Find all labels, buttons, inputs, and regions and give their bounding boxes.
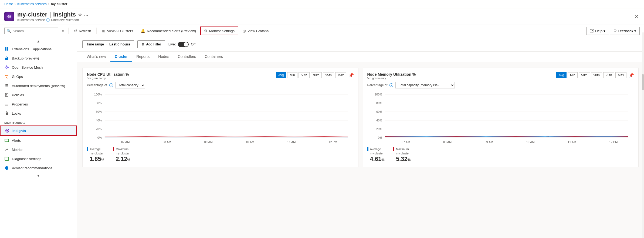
sidebar-item-gitops[interactable]: GitOps	[0, 72, 77, 81]
time-range-button[interactable]: Time range = Last 6 hours	[82, 40, 134, 48]
mem-btn-min[interactable]: Min	[568, 72, 578, 78]
svg-point-6	[8, 67, 9, 68]
tab-whats-new[interactable]: What's new	[82, 52, 110, 62]
recommended-alerts-button[interactable]: 🔔 Recommended alerts (Preview)	[137, 27, 199, 35]
gitops-icon	[4, 74, 9, 79]
directory-label: Directory: Microsoft	[51, 18, 79, 22]
svg-text:11 AM: 11 AM	[287, 140, 296, 143]
sidebar-item-deployments[interactable]: Automated deployments (preview)	[0, 81, 77, 90]
live-toggle-switch[interactable]	[178, 42, 189, 47]
cpu-chart-title: Node CPU Utilization %	[87, 72, 129, 77]
cpu-pin-icon[interactable]: 📌	[348, 73, 354, 78]
live-label: Live:	[168, 42, 176, 46]
cpu-btn-95th[interactable]: 95th	[323, 72, 334, 78]
scroll-down-indicator[interactable]: ▼	[0, 173, 77, 179]
tab-containers[interactable]: Containers	[200, 52, 227, 62]
search-box[interactable]: 🔍	[4, 28, 58, 34]
breadcrumb-kubernetes[interactable]: Kubernetes services	[17, 2, 47, 6]
scroll-up-indicator[interactable]: ▲	[0, 38, 77, 44]
main-layout: ▲ Extensions + applications Backup (prev…	[0, 37, 644, 238]
memory-max-sublabel: my-cluster	[396, 152, 411, 155]
memory-max-color	[393, 147, 394, 151]
help-button[interactable]: ? Help ▾	[586, 27, 609, 35]
sidebar-item-properties[interactable]: Properties	[0, 100, 77, 109]
memory-avg-value: 4.61%	[370, 156, 385, 163]
tabs-bar: What's new Cluster Reports Nodes Control…	[77, 52, 644, 62]
sidebar-item-extensions[interactable]: Extensions + applications	[0, 44, 77, 54]
properties-icon	[4, 102, 9, 107]
cpu-btn-50th[interactable]: 50th	[299, 72, 310, 78]
sidebar-item-alerts[interactable]: Alerts	[0, 136, 77, 145]
mem-btn-max[interactable]: Max	[615, 72, 626, 78]
cpu-btn-avg[interactable]: Avg	[276, 72, 286, 78]
svg-text:20%: 20%	[96, 127, 102, 130]
memory-percentage-row: Percentage of i Total capacity (memory r…	[367, 82, 634, 88]
memory-chart-legend: Average my-cluster 4.61% Maximum	[367, 147, 634, 163]
memory-chart-card: Node Memory Utilization % 5m granularity…	[363, 68, 639, 167]
svg-point-13	[5, 75, 6, 76]
separator-2	[96, 28, 97, 34]
sidebar-item-insights[interactable]: Insights	[0, 125, 77, 136]
svg-rect-21	[5, 87, 8, 87]
collapse-sidebar-button[interactable]: «	[59, 27, 66, 34]
sidebar-item-metrics[interactable]: Metrics	[0, 145, 77, 154]
memory-pin-icon[interactable]: 📌	[629, 73, 634, 78]
add-filter-icon: ⊕	[141, 42, 144, 46]
breadcrumb-home[interactable]: Home	[4, 2, 13, 6]
cpu-btn-max[interactable]: Max	[335, 72, 346, 78]
mem-btn-95th[interactable]: 95th	[603, 72, 614, 78]
tab-cluster[interactable]: Cluster	[110, 52, 132, 62]
clusters-icon: ⊞	[102, 29, 105, 33]
more-options-icon[interactable]: …	[84, 12, 88, 17]
tab-nodes[interactable]: Nodes	[154, 52, 173, 62]
mem-btn-avg[interactable]: Avg	[556, 72, 566, 78]
search-input[interactable]	[13, 29, 56, 33]
feedback-button[interactable]: ♡ Feedback ▾	[610, 27, 640, 35]
mem-btn-90th[interactable]: 90th	[591, 72, 602, 78]
favorite-icon[interactable]: ☆	[78, 12, 82, 17]
memory-capacity-select[interactable]: Total capacity (memory rss)	[395, 82, 455, 88]
breadcrumb-cluster: my-cluster	[51, 2, 67, 6]
deploy-icon	[4, 83, 9, 88]
toolbar: 🔍 « ↺ Refresh ⊞ View All Clusters 🔔 Reco…	[0, 25, 644, 37]
cpu-btn-min[interactable]: Min	[287, 72, 297, 78]
svg-rect-0	[5, 47, 6, 49]
memory-legend-avg: Average my-cluster 4.61%	[367, 147, 385, 163]
memory-chart-controls: Avg Min 50th 90th 95th Max 📌	[556, 72, 634, 78]
view-grafana-button[interactable]: ◎ View Grafana	[239, 27, 272, 35]
sidebar-item-backup[interactable]: Backup (preview)	[0, 54, 77, 63]
info-icon[interactable]: i	[46, 18, 50, 22]
svg-text:10 AM: 10 AM	[246, 140, 254, 143]
refresh-button[interactable]: ↺ Refresh	[71, 27, 94, 35]
tab-controllers[interactable]: Controllers	[174, 52, 201, 62]
cpu-chart-svg: 100% 80% 60% 40% 20% 0% 07 AM 08 AM 09 A…	[87, 92, 354, 146]
sidebar-item-advisor[interactable]: Advisor recommendations	[0, 163, 77, 173]
mem-btn-50th[interactable]: 50th	[579, 72, 590, 78]
search-icon: 🔍	[7, 29, 11, 33]
header-title-group: my-cluster | Insights ☆ … Kubernetes ser…	[17, 11, 88, 22]
alerts-sidebar-icon	[4, 138, 9, 143]
sidebar-item-service-mesh[interactable]: Open Service Mesh	[0, 63, 77, 72]
cpu-btn-90th[interactable]: 90th	[311, 72, 322, 78]
cpu-chart-svg-container: 100% 80% 60% 40% 20% 0% 07 AM 08 AM 09 A…	[87, 92, 354, 146]
cpu-legend-max: Maximum my-cluster 2.12%	[113, 147, 130, 163]
sidebar-item-policies[interactable]: Policies	[0, 90, 77, 100]
help-icon: ?	[590, 29, 594, 33]
close-button[interactable]: ✕	[633, 12, 640, 21]
svg-text:12 PM: 12 PM	[329, 140, 337, 143]
cpu-capacity-select[interactable]: Total capacity	[115, 82, 145, 88]
cpu-max-sublabel: my-cluster	[116, 152, 130, 155]
view-all-clusters-button[interactable]: ⊞ View All Clusters	[99, 27, 136, 35]
svg-text:08 AM: 08 AM	[443, 140, 451, 143]
monitor-settings-button[interactable]: ⚙ Monitor Settings	[200, 27, 238, 35]
monitoring-section-label: Monitoring	[0, 118, 77, 125]
svg-point-5	[6, 66, 7, 67]
sidebar-item-diagnostic[interactable]: Diagnostic settings	[0, 154, 77, 163]
content-area: Time range = Last 6 hours ⊕ Add Filter L…	[77, 37, 644, 238]
service-label: Kubernetes service	[17, 18, 45, 22]
tab-reports[interactable]: Reports	[132, 52, 154, 62]
sidebar-item-locks[interactable]: Locks	[0, 109, 77, 118]
svg-point-14	[7, 77, 8, 78]
add-filter-button[interactable]: ⊕ Add Filter	[137, 40, 165, 48]
grafana-icon: ◎	[243, 29, 246, 33]
